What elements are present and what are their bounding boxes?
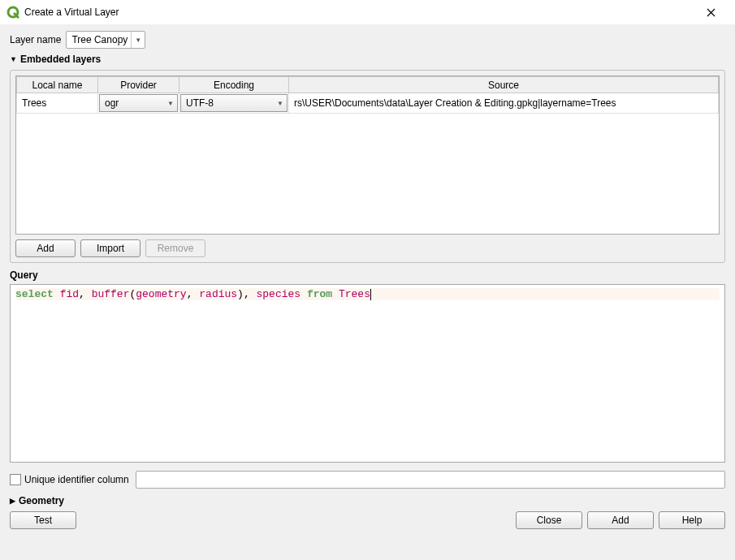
close-button[interactable] [693,0,729,24]
uid-checkbox[interactable] [10,474,21,485]
cell-source[interactable]: rs\USER\Documents\data\Layer Creation & … [289,96,718,110]
query-line: select fid, buffer(geometry, radius), sp… [15,288,720,300]
embedded-buttons: Add Import Remove [15,239,720,257]
query-label: Query [10,269,725,281]
triangle-down-icon: ▼ [10,55,17,63]
import-button[interactable]: Import [80,239,141,257]
col-encoding[interactable]: Encoding [179,77,289,93]
title-bar: Create a Virtual Layer [0,0,735,24]
chevron-down-icon: ▼ [131,32,141,48]
dialog-buttons: Test Close Add Help [10,511,725,529]
chevron-down-icon: ▼ [167,100,174,107]
layer-name-label: Layer name [10,34,61,45]
layer-name-row: Layer name Tree Canopy ▼ [10,31,725,49]
cell-provider-combo[interactable]: ogr▼ [99,94,178,112]
add-button[interactable]: Add [587,511,654,529]
uid-input[interactable] [136,471,725,489]
test-button[interactable]: Test [10,511,76,529]
cell-local-name[interactable]: Trees [17,96,97,110]
remove-button: Remove [145,239,205,257]
uid-row: Unique identifier column [10,471,725,489]
qgis-icon [6,6,19,19]
col-provider[interactable]: Provider [98,77,179,93]
col-source[interactable]: Source [289,77,719,93]
uid-label: Unique identifier column [24,474,129,485]
col-local-name[interactable]: Local name [17,77,98,93]
layer-name-combo[interactable]: Tree Canopy ▼ [66,31,145,49]
embedded-layers-group: Local name Provider Encoding Source Tree… [10,70,725,263]
geometry-header[interactable]: ▶ Geometry [10,495,725,506]
embedded-layers-header[interactable]: ▼ Embedded layers [10,54,725,65]
add-layer-button[interactable]: Add [15,239,76,257]
table-row[interactable]: Trees ogr▼ UTF-8▼ rs\USER\Documents\data… [17,93,719,114]
layer-name-value: Tree Canopy [71,34,128,45]
window-title: Create a Virtual Layer [24,6,693,18]
embedded-layers-title: Embedded layers [20,54,101,65]
geometry-title: Geometry [19,495,64,506]
cell-provider-value: ogr [105,97,119,109]
cell-encoding-value: UTF-8 [186,97,214,109]
triangle-right-icon: ▶ [10,497,15,505]
cell-encoding-combo[interactable]: UTF-8▼ [180,94,288,112]
embedded-layers-table-wrap: Local name Provider Encoding Source Tree… [15,75,720,235]
dialog-content: Layer name Tree Canopy ▼ ▼ Embedded laye… [0,24,735,539]
close-icon [707,8,716,17]
help-button[interactable]: Help [659,511,725,529]
close-dialog-button[interactable]: Close [516,511,582,529]
chevron-down-icon: ▼ [277,100,283,107]
table-header-row: Local name Provider Encoding Source [17,77,719,93]
embedded-layers-table: Local name Provider Encoding Source Tree… [16,76,719,114]
query-editor[interactable]: select fid, buffer(geometry, radius), sp… [10,284,725,463]
